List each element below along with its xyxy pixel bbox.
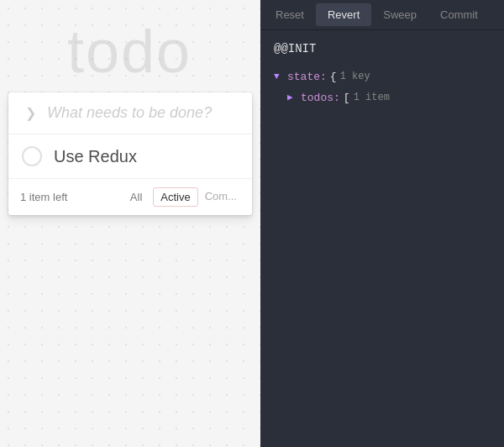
devtools-content: @@INIT ▼ state: { 1 key ▶ todos: [ 1 ite… <box>260 30 504 447</box>
state-nested: ▶ todos: [ 1 item <box>287 88 491 108</box>
todos-meta: 1 item <box>354 89 390 108</box>
state-toggle[interactable]: ▼ <box>274 69 284 86</box>
reset-button[interactable]: Reset <box>264 3 316 26</box>
filter-buttons: All Active Com... <box>123 187 240 207</box>
background-title: todo <box>67 17 192 86</box>
todo-item: Use Redux <box>8 134 252 179</box>
filter-completed-label: Com... <box>202 187 240 207</box>
revert-button[interactable]: Revert <box>316 3 371 26</box>
state-meta: 1 key <box>340 68 370 87</box>
devtools-panel: Reset Revert Sweep Commit @@INIT ▼ state… <box>260 0 504 447</box>
todos-key: todos: <box>301 88 340 108</box>
state-brace-open: { <box>330 67 337 87</box>
todo-footer: 1 item left All Active Com... <box>8 179 252 215</box>
todo-checkbox[interactable] <box>22 146 42 166</box>
todo-card: ❯ What needs to be done? Use Redux 1 ite… <box>8 92 252 215</box>
devtools-toolbar: Reset Revert Sweep Commit <box>260 0 504 30</box>
state-key: state: <box>287 67 327 87</box>
todo-input-row: ❯ What needs to be done? <box>8 92 252 134</box>
chevron-down-icon: ❯ <box>25 105 36 121</box>
todo-item-text: Use Redux <box>54 147 239 166</box>
todos-toggle[interactable]: ▶ <box>287 90 297 107</box>
sweep-button[interactable]: Sweep <box>371 3 428 26</box>
todo-count: 1 item left <box>20 191 67 203</box>
state-root-row: ▼ state: { 1 key <box>274 67 491 87</box>
todo-app-panel: todo ❯ What needs to be done? Use Redux … <box>0 0 260 447</box>
todo-input-placeholder[interactable]: What needs to be done? <box>47 104 239 122</box>
state-tree: ▼ state: { 1 key ▶ todos: [ 1 item <box>274 67 491 108</box>
filter-all-button[interactable]: All <box>123 187 150 207</box>
todos-row: ▶ todos: [ 1 item <box>287 88 491 108</box>
action-label: @@INIT <box>274 42 491 55</box>
commit-button[interactable]: Commit <box>428 3 490 26</box>
filter-active-button[interactable]: Active <box>153 187 197 207</box>
todos-bracket-open: [ <box>344 88 350 108</box>
toggle-all-button[interactable]: ❯ <box>22 105 39 122</box>
